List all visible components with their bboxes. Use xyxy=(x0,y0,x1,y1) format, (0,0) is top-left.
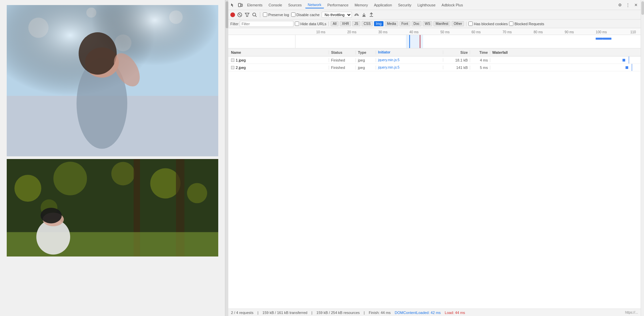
col-header-time[interactable]: Time xyxy=(470,50,490,54)
overview-bar-2 xyxy=(603,38,611,40)
devtools-scrollbar-thumb[interactable] xyxy=(641,1,644,15)
row-2-wf-line xyxy=(632,64,632,71)
filter-all[interactable]: All xyxy=(331,21,338,26)
tab-lighthouse[interactable]: Lighthouse xyxy=(415,2,438,8)
filter-divider-2 xyxy=(466,22,466,26)
row-1-wf-bar xyxy=(623,59,625,62)
has-blocked-cookies-checkbox[interactable]: Has blocked cookies xyxy=(468,22,508,26)
tab-performance[interactable]: Performance xyxy=(325,2,351,8)
clear-button[interactable] xyxy=(237,12,242,17)
webpage-scrollbar-thumb[interactable] xyxy=(226,1,228,28)
overview-bar-1 xyxy=(596,38,603,40)
disable-cache-checkbox[interactable]: Disable cache xyxy=(291,12,320,17)
col-header-size[interactable]: Size xyxy=(443,50,470,54)
svg-point-10 xyxy=(79,32,117,75)
export-icon[interactable] xyxy=(369,12,374,17)
status-divider-1: | xyxy=(258,311,259,315)
ruler-tick-20ms: 20 ms xyxy=(347,30,356,34)
svg-point-15 xyxy=(111,162,135,186)
tab-elements[interactable]: Elements xyxy=(244,2,265,8)
row-2-size: 141 kB xyxy=(443,66,470,70)
toolbar-divider-1 xyxy=(260,12,260,17)
status-domcontentloaded: DOMContentLoaded: 42 ms xyxy=(395,311,441,315)
status-url-hint: https://... xyxy=(625,311,638,314)
tab-console[interactable]: Console xyxy=(266,2,285,8)
filter-ws[interactable]: WS xyxy=(423,21,432,26)
ruler-tick-30ms: 30 ms xyxy=(378,30,387,34)
device-toolbar-icon[interactable] xyxy=(237,2,244,8)
row-2-name: 2.jpeg xyxy=(228,66,329,70)
row-1-type: jpeg xyxy=(356,58,376,62)
record-button[interactable] xyxy=(230,12,235,17)
status-resources: 159 kB / 254 kB resources xyxy=(316,311,360,315)
ruler-tick-40ms: 40 ms xyxy=(409,30,418,34)
ruler-tick-90ms: 90 ms xyxy=(565,30,574,34)
timeline-overview[interactable] xyxy=(228,35,641,48)
tab-security[interactable]: Security xyxy=(395,2,414,8)
row-1-size: 18.1 kB xyxy=(443,58,470,62)
image-1 xyxy=(7,5,218,156)
filter-img[interactable]: Img xyxy=(374,21,384,26)
tab-network[interactable]: Network xyxy=(305,2,324,8)
tab-application[interactable]: Application xyxy=(371,2,395,8)
svg-line-31 xyxy=(256,15,257,17)
filter-divider-1 xyxy=(328,22,329,26)
devtools-scrollbar[interactable] xyxy=(641,0,644,316)
blocked-requests-checkbox[interactable]: Blocked Requests xyxy=(509,22,544,26)
ruler-tick-10ms: 10 ms xyxy=(316,30,325,34)
row-2-type: jpeg xyxy=(356,66,376,70)
throttle-select[interactable]: No throttling xyxy=(322,12,352,18)
table-row[interactable]: 2.jpeg Finished jpeg jquery.min.js:5 141… xyxy=(228,64,641,71)
col-header-status[interactable]: Status xyxy=(329,50,356,54)
svg-point-13 xyxy=(14,175,41,202)
svg-rect-25 xyxy=(238,3,241,7)
col-header-name[interactable]: Name xyxy=(228,50,329,54)
status-divider-2: | xyxy=(311,311,312,315)
row-2-initiator[interactable]: jquery.min.js:5 xyxy=(376,66,443,69)
more-options-icon[interactable]: ⋮ xyxy=(625,2,631,8)
tab-adblock[interactable]: Adblock Plus xyxy=(439,2,466,8)
filter-css[interactable]: CSS xyxy=(362,21,373,26)
filter-icon[interactable] xyxy=(244,12,250,17)
tab-sources[interactable]: Sources xyxy=(285,2,304,8)
col-header-initiator[interactable]: Initiator xyxy=(376,50,443,54)
timeline-selection xyxy=(406,35,423,48)
preserve-log-checkbox[interactable]: Preserve log xyxy=(263,12,289,17)
filter-media[interactable]: Media xyxy=(385,21,398,26)
status-bar: 2 / 4 requests | 159 kB / 161 kB transfe… xyxy=(228,309,641,316)
ruler-tick-70ms: 70 ms xyxy=(503,30,512,34)
image-2 xyxy=(7,159,218,256)
table-header: Name Status Type Initiator Size Time Wat… xyxy=(228,48,641,56)
filter-manifest[interactable]: Manifest xyxy=(433,21,450,26)
tab-memory[interactable]: Memory xyxy=(352,2,371,8)
filter-bar: Filter Hide data URLs All XHR JS CSS Img… xyxy=(228,19,641,28)
col-header-waterfall[interactable]: Waterfall xyxy=(490,50,641,54)
hide-data-urls-checkbox[interactable]: Hide data URLs xyxy=(295,22,326,26)
filter-other[interactable]: Other xyxy=(452,21,464,26)
webpage-scrollbar[interactable] xyxy=(225,0,228,316)
filter-doc[interactable]: Doc xyxy=(412,21,422,26)
ruler-tick-80ms: 80 ms xyxy=(534,30,543,34)
network-conditions-icon[interactable] xyxy=(354,12,359,17)
row-2-time: 5 ms xyxy=(470,66,490,70)
svg-line-28 xyxy=(239,14,241,16)
filter-input[interactable] xyxy=(240,21,293,27)
import-icon[interactable] xyxy=(361,12,367,17)
svg-point-24 xyxy=(41,208,62,223)
filter-font[interactable]: Font xyxy=(400,21,410,26)
col-header-type[interactable]: Type xyxy=(356,50,376,54)
svg-point-14 xyxy=(53,162,87,195)
status-divider-3: | xyxy=(364,311,365,315)
table-body: 1.jpeg Finished jpeg jquery.min.js:5 18.… xyxy=(228,56,641,309)
search-icon[interactable] xyxy=(252,12,257,17)
inspect-icon[interactable] xyxy=(230,2,236,8)
filter-js[interactable]: JS xyxy=(352,21,360,26)
row-1-waterfall xyxy=(490,56,641,64)
filter-xhr[interactable]: XHR xyxy=(340,21,351,26)
table-row[interactable]: 1.jpeg Finished jpeg jquery.min.js:5 18.… xyxy=(228,56,641,64)
webpage-panel xyxy=(0,0,225,316)
settings-icon[interactable]: ⚙ xyxy=(616,2,623,8)
row-1-initiator[interactable]: jquery.min.js:5 xyxy=(376,58,443,62)
close-devtools-icon[interactable]: ✕ xyxy=(633,2,639,8)
svg-point-30 xyxy=(253,13,256,16)
